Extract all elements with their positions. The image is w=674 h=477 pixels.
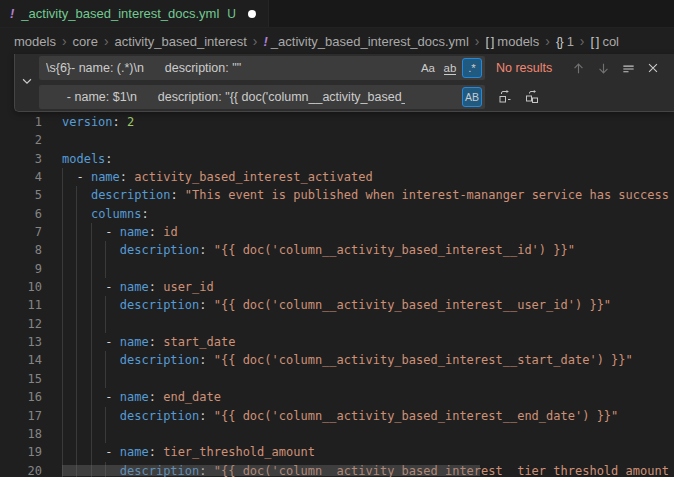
code-text: - name: id xyxy=(62,223,178,241)
selection-filter-icon xyxy=(621,61,636,76)
code-text: description: "This event is published wh… xyxy=(62,186,669,204)
code-line-1[interactable]: 1version: 2 xyxy=(0,113,674,131)
indent-guide xyxy=(76,443,77,461)
code-line-18[interactable]: 18 xyxy=(0,425,674,443)
indent-guide xyxy=(91,370,92,388)
code-line-8[interactable]: 8 description: "{{ doc('column__activity… xyxy=(0,241,674,259)
code-line-11[interactable]: 11 description: "{{ doc('column__activit… xyxy=(0,296,674,314)
replace-icon xyxy=(497,89,513,105)
indent-guide xyxy=(76,260,77,278)
breadcrumb-item-core[interactable]: core xyxy=(73,34,98,49)
line-number: 15 xyxy=(0,370,42,388)
code-line-4[interactable]: 4 - name: activity_based_interest_activa… xyxy=(0,168,674,186)
indent-guide xyxy=(91,388,92,406)
code-line-15[interactable]: 15 xyxy=(0,370,674,388)
symbol-icon: [ ] xyxy=(486,34,494,49)
code-line-19[interactable]: 19 - name: tier_threshold_amount xyxy=(0,443,674,461)
indent-guide xyxy=(91,315,92,333)
indent-guide xyxy=(76,186,77,204)
indent-guide xyxy=(76,296,77,314)
regex-toggle[interactable]: .* xyxy=(462,58,482,78)
line-number: 17 xyxy=(0,407,42,425)
breadcrumb-label: _activity_based_interest_docs.yml xyxy=(271,34,469,49)
code-text: models: xyxy=(62,150,113,168)
code-line-7[interactable]: 7 - name: id xyxy=(0,223,674,241)
line-number: 20 xyxy=(0,462,42,477)
breadcrumb-item-activity_based_interest[interactable]: activity_based_interest xyxy=(115,34,247,49)
indent-guide xyxy=(62,333,63,351)
indent-guide xyxy=(76,388,77,406)
indent-guide xyxy=(105,370,106,388)
code-line-13[interactable]: 13 - name: start_date xyxy=(0,333,674,351)
arrow-up-icon xyxy=(571,61,586,76)
indent-guide xyxy=(91,223,92,241)
breadcrumb-separator-icon: › xyxy=(253,33,258,49)
replace-button[interactable] xyxy=(494,86,516,108)
breadcrumb-item-col[interactable]: [ ]col xyxy=(591,34,619,49)
editor-pane[interactable]: 1version: 223models:4 - name: activity_b… xyxy=(0,54,674,477)
indent-guide xyxy=(91,260,92,278)
next-match-button[interactable] xyxy=(592,57,614,79)
code-line-3[interactable]: 3models: xyxy=(0,150,674,168)
find-in-selection-button[interactable] xyxy=(617,57,639,79)
line-number: 2 xyxy=(0,131,42,149)
preserve-case-toggle[interactable]: AB xyxy=(462,87,482,107)
vscode-window: ! _activity_based_interest_docs.yml U mo… xyxy=(0,0,674,477)
code-line-2[interactable]: 2 xyxy=(0,131,674,149)
match-case-toggle[interactable]: Aa xyxy=(418,58,438,78)
breadcrumb-label: activity_based_interest xyxy=(115,34,247,49)
indent-guide xyxy=(76,223,77,241)
code-area: 1version: 223models:4 - name: activity_b… xyxy=(0,54,674,477)
indent-guide xyxy=(76,407,77,425)
code-text: - name: end_date xyxy=(62,388,221,406)
indent-guide xyxy=(105,315,106,333)
replace-all-button[interactable] xyxy=(521,86,543,108)
line-number: 14 xyxy=(0,351,42,369)
find-input-wrap: Aa ab .* xyxy=(39,56,485,80)
yaml-file-icon: ! xyxy=(263,34,266,49)
line-number: 5 xyxy=(0,186,42,204)
line-number: 1 xyxy=(0,113,42,131)
code-line-17[interactable]: 17 description: "{{ doc('column__activit… xyxy=(0,407,674,425)
tab-bar: ! _activity_based_interest_docs.yml U xyxy=(0,0,674,28)
breadcrumb-label: models xyxy=(497,34,539,49)
breadcrumb-separator-icon: › xyxy=(580,33,585,49)
breadcrumb: models›core›activity_based_interest›!_ac… xyxy=(0,28,674,54)
code-line-10[interactable]: 10 - name: user_id xyxy=(0,278,674,296)
find-status: No results xyxy=(496,61,552,75)
code-line-6[interactable]: 6 columns: xyxy=(0,205,674,223)
previous-match-button[interactable] xyxy=(567,57,589,79)
code-text: - name: user_id xyxy=(62,278,214,296)
chevron-down-icon xyxy=(20,74,34,92)
code-line-16[interactable]: 16 - name: end_date xyxy=(0,388,674,406)
indent-guide xyxy=(105,351,106,369)
indent-guide xyxy=(105,296,106,314)
toggle-replace-button[interactable] xyxy=(15,54,39,111)
symbol-icon: {} xyxy=(556,34,563,49)
breadcrumb-separator-icon: › xyxy=(475,33,480,49)
breadcrumb-label: 1 xyxy=(567,34,574,49)
line-number: 10 xyxy=(0,278,42,296)
replace-all-icon xyxy=(524,89,540,105)
line-number: 16 xyxy=(0,388,42,406)
indent-guide xyxy=(91,425,92,443)
code-line-14[interactable]: 14 description: "{{ doc('column__activit… xyxy=(0,351,674,369)
indent-guide xyxy=(62,315,63,333)
breadcrumb-item-models[interactable]: models xyxy=(14,34,56,49)
indent-guide xyxy=(76,315,77,333)
code-line-5[interactable]: 5 description: "This event is published … xyxy=(0,186,674,204)
unsaved-changes-dot[interactable] xyxy=(248,10,256,18)
indent-guide xyxy=(76,370,77,388)
replace-input[interactable] xyxy=(39,85,485,109)
horizontal-scrollbar[interactable] xyxy=(62,465,480,476)
breadcrumb-item-1[interactable]: {}1 xyxy=(556,34,574,49)
code-line-12[interactable]: 12 xyxy=(0,315,674,333)
editor-tab[interactable]: ! _activity_based_interest_docs.yml U xyxy=(0,0,269,27)
close-find-button[interactable] xyxy=(642,57,664,79)
code-line-9[interactable]: 9 xyxy=(0,260,674,278)
breadcrumb-item-models[interactable]: [ ]models xyxy=(486,34,540,49)
breadcrumb-item-_activity_based_interest_docs.yml[interactable]: !_activity_based_interest_docs.yml xyxy=(263,34,468,49)
whole-word-toggle[interactable]: ab xyxy=(440,58,460,78)
replace-input-wrap: AB xyxy=(39,85,485,109)
code-text: version: 2 xyxy=(62,113,134,131)
